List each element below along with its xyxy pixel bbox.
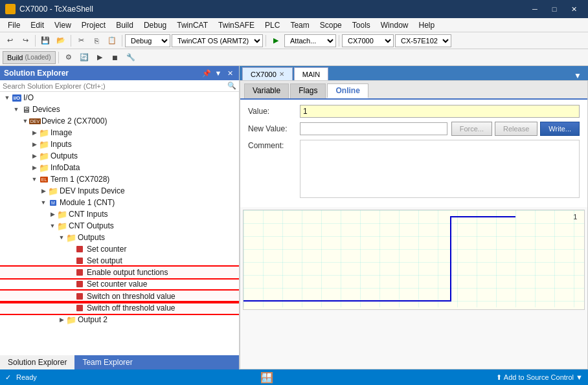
tree-item-module1[interactable]: ▼ M Module 1 (CNT) [0, 197, 239, 208]
right-panel: CX7000 ✕ MAIN ▼ Variable Flags Online Va… [240, 66, 588, 369]
menu-help[interactable]: Help [413, 18, 440, 32]
tab-menu-button[interactable]: ▼ [570, 71, 585, 80]
toolbar2-btn1[interactable]: ⚙ [62, 51, 76, 64]
icon-term1: EL [39, 174, 49, 184]
label-cnt-outputs: CNT Outputs [69, 221, 114, 230]
search-bar: 🔍 [0, 80, 239, 92]
subtab-flags[interactable]: Flags [290, 83, 326, 98]
tree-item-set-counter[interactable]: Set counter [0, 243, 239, 255]
menu-twinsafe[interactable]: TwinSAFE [213, 18, 260, 32]
toolbar1: ↩ ↪ 💾 📂 ✂ ⎘ 📋 Debug TwinCAT OS (ARMT2) ▶… [0, 32, 588, 49]
release-button[interactable]: Release [495, 122, 537, 136]
tree-item-outputs[interactable]: ▶ 📁 Outputs [0, 150, 239, 162]
device-dropdown[interactable]: CX7000 [342, 34, 394, 47]
solution-explorer-panel: Solution Explorer 📌 ▼ ✕ 🔍 ▼ I/O I/O ▼ 🖥 [0, 66, 240, 369]
label-term1: Term 1 (CX7028) [51, 175, 109, 184]
tab-main[interactable]: MAIN [294, 67, 329, 80]
menu-debug[interactable]: Debug [139, 18, 172, 32]
open-button[interactable]: 📂 [54, 34, 68, 47]
menubar: File Edit View Project Build Debug TwinC… [0, 18, 588, 32]
module-dropdown[interactable]: CX-57E102 [395, 34, 451, 47]
sep3 [122, 35, 122, 47]
copy-button[interactable]: ⎘ [89, 34, 104, 47]
menu-twincat[interactable]: TwinCAT [172, 18, 213, 32]
menu-plc[interactable]: PLC [260, 18, 285, 32]
panel-dropdown-button[interactable]: ▼ [213, 68, 223, 78]
menu-file[interactable]: File [3, 18, 25, 32]
menu-team[interactable]: Team [285, 18, 314, 32]
toolbar2-btn3[interactable]: ▶ [93, 51, 107, 64]
tab-solution-explorer[interactable]: Solution Explorer [0, 355, 74, 369]
undo-button[interactable]: ↩ [3, 34, 17, 47]
tree-item-set-output[interactable]: Set output [0, 255, 239, 267]
force-button[interactable]: Force... [451, 122, 492, 136]
panel-close-button[interactable]: ✕ [225, 68, 235, 78]
value-row: Value: [248, 105, 580, 118]
toolbar2-btn5[interactable]: 🔧 [124, 51, 138, 64]
write-button[interactable]: Write... [540, 122, 580, 136]
panel-pin-button[interactable]: 📌 [201, 68, 212, 78]
arrow-devices: ▼ [12, 106, 21, 113]
platform-dropdown[interactable]: TwinCAT OS (ARMT2) [172, 34, 263, 47]
cut-button[interactable]: ✂ [74, 34, 88, 47]
comment-textarea[interactable] [300, 140, 580, 198]
tree-item-cnt-inputs[interactable]: ▶ 📁 CNT Inputs [0, 208, 239, 220]
sep6 [58, 52, 59, 63]
menu-window[interactable]: Window [376, 18, 414, 32]
maximize-button[interactable]: □ [545, 3, 563, 16]
loaded-label: (Loaded) [25, 54, 51, 61]
statusbar-center: 🪟 [42, 371, 492, 384]
tree-item-enable-output[interactable]: Enable output functions [0, 267, 239, 278]
tree-item-infodata[interactable]: ▶ 📁 InfoData [0, 162, 239, 173]
tab-team-explorer[interactable]: Team Explorer [74, 355, 140, 369]
tree-item-output2[interactable]: ▶ 📁 Output 2 [0, 314, 239, 325]
attach-dropdown[interactable]: Attach... [284, 34, 336, 47]
tree-item-cnt-outputs[interactable]: ▼ 📁 CNT Outputs [0, 220, 239, 232]
statusbar-right: ⬆ Add to Source Control ▼ [496, 373, 583, 382]
tree-item-device2[interactable]: ▼ DEV Device 2 (CX7000) [0, 115, 239, 127]
run-button[interactable]: ▶ [269, 34, 283, 47]
build-badge[interactable]: Build (Loaded) [3, 51, 56, 64]
tree-item-switch-off[interactable]: Switch off threshold value [0, 302, 239, 314]
tree-item-switch-on[interactable]: Switch on threshold value [0, 291, 239, 302]
tree-item-io[interactable]: ▼ I/O I/O [0, 92, 239, 104]
icon-cnt-inputs: 📁 [57, 209, 67, 219]
icon-set-counter-val [75, 279, 85, 289]
arrow-dev-inputs: ▶ [39, 188, 48, 194]
menu-scope[interactable]: Scope [315, 18, 347, 32]
tree-item-devices[interactable]: ▼ 🖥 Devices [0, 104, 239, 115]
statusbar: ✓ Ready 🪟 ⬆ Add to Source Control ▼ [0, 369, 588, 385]
close-button[interactable]: ✕ [565, 3, 583, 16]
solution-explorer-title: Solution Explorer [4, 69, 69, 78]
tree-item-image[interactable]: ▶ 📁 Image [0, 127, 239, 138]
minimize-button[interactable]: ─ [526, 3, 544, 16]
subtab-variable[interactable]: Variable [244, 83, 289, 98]
subtab-online[interactable]: Online [327, 83, 368, 98]
paste-button[interactable]: 📋 [105, 34, 119, 47]
chart-label-1: 1 [573, 213, 577, 221]
menu-view[interactable]: View [49, 18, 76, 32]
search-input[interactable] [3, 82, 227, 90]
tree-item-set-counter-val[interactable]: Set counter value [0, 278, 239, 290]
menu-build[interactable]: Build [111, 18, 139, 32]
tree-item-outputs2[interactable]: ▼ 📁 Outputs [0, 232, 239, 243]
tree-item-dev-inputs[interactable]: ▶ 📁 DEV Inputs Device [0, 185, 239, 197]
menu-edit[interactable]: Edit [25, 18, 49, 32]
toolbar2-btn4[interactable]: ⏹ [108, 51, 122, 64]
menu-project[interactable]: Project [76, 18, 111, 32]
redo-button[interactable]: ↪ [18, 34, 32, 47]
icon-set-counter [75, 244, 85, 254]
tab-cx7000[interactable]: CX7000 ✕ [242, 67, 293, 80]
add-source-control[interactable]: ⬆ Add to Source Control ▼ [496, 373, 583, 382]
svg-rect-4 [243, 210, 584, 307]
sep4 [266, 35, 266, 47]
tab-cx7000-close[interactable]: ✕ [279, 71, 284, 78]
value-input[interactable] [300, 105, 580, 118]
save-button[interactable]: 💾 [38, 34, 52, 47]
menu-tools[interactable]: Tools [347, 18, 376, 32]
new-value-input[interactable] [300, 122, 447, 135]
tree-item-inputs[interactable]: ▶ 📁 Inputs [0, 138, 239, 150]
toolbar2-btn2[interactable]: 🔄 [77, 51, 91, 64]
tree-item-term1[interactable]: ▼ EL Term 1 (CX7028) [0, 173, 239, 185]
config-dropdown[interactable]: Debug [125, 34, 170, 47]
